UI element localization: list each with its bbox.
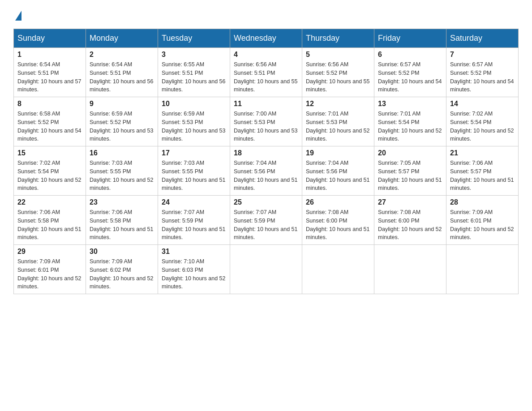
day-info: Sunrise: 7:01 AMSunset: 5:54 PMDaylight:… <box>378 110 442 143</box>
calendar-cell: 30Sunrise: 7:09 AMSunset: 6:02 PMDayligh… <box>86 245 158 294</box>
calendar-cell: 21Sunrise: 7:06 AMSunset: 5:57 PMDayligh… <box>446 146 519 196</box>
calendar-cell: 15Sunrise: 7:02 AMSunset: 5:54 PMDayligh… <box>14 146 86 196</box>
day-number: 23 <box>90 198 154 206</box>
day-number: 4 <box>234 51 298 59</box>
day-info: Sunrise: 6:56 AMSunset: 5:51 PMDaylight:… <box>234 60 298 94</box>
day-info: Sunrise: 7:02 AMSunset: 5:54 PMDaylight:… <box>17 159 82 193</box>
day-info: Sunrise: 6:57 AMSunset: 5:52 PMDaylight:… <box>450 60 515 94</box>
day-number: 6 <box>378 51 442 59</box>
day-number: 18 <box>234 149 298 157</box>
day-number: 7 <box>450 51 515 59</box>
calendar-cell: 4Sunrise: 6:56 AMSunset: 5:51 PMDaylight… <box>230 48 302 97</box>
day-info: Sunrise: 7:05 AMSunset: 5:57 PMDaylight:… <box>378 159 442 193</box>
day-number: 20 <box>378 149 442 157</box>
calendar-cell: 29Sunrise: 7:09 AMSunset: 6:01 PMDayligh… <box>14 245 86 294</box>
column-header-sunday: Sunday <box>14 29 86 48</box>
day-info: Sunrise: 6:55 AMSunset: 5:51 PMDaylight:… <box>162 60 226 94</box>
day-info: Sunrise: 6:59 AMSunset: 5:53 PMDaylight:… <box>162 110 226 143</box>
calendar-cell: 1Sunrise: 6:54 AMSunset: 5:51 PMDaylight… <box>14 48 86 97</box>
calendar-cell: 31Sunrise: 7:10 AMSunset: 6:03 PMDayligh… <box>158 245 230 294</box>
day-number: 9 <box>90 100 154 108</box>
day-info: Sunrise: 7:03 AMSunset: 5:55 PMDaylight:… <box>162 159 226 193</box>
day-number: 14 <box>450 100 515 108</box>
calendar-cell: 28Sunrise: 7:09 AMSunset: 6:01 PMDayligh… <box>446 196 519 245</box>
calendar-week-row: 15Sunrise: 7:02 AMSunset: 5:54 PMDayligh… <box>14 146 519 196</box>
day-number: 22 <box>17 198 82 206</box>
day-number: 27 <box>378 198 442 206</box>
day-number: 10 <box>162 100 226 108</box>
day-number: 24 <box>162 198 226 206</box>
day-info: Sunrise: 7:03 AMSunset: 5:55 PMDaylight:… <box>90 159 154 193</box>
calendar-cell: 10Sunrise: 6:59 AMSunset: 5:53 PMDayligh… <box>158 97 230 146</box>
day-number: 11 <box>234 100 298 108</box>
day-info: Sunrise: 7:08 AMSunset: 6:00 PMDaylight:… <box>378 208 442 242</box>
day-number: 8 <box>17 100 82 108</box>
calendar-table: SundayMondayTuesdayWednesdayThursdayFrid… <box>13 29 519 294</box>
day-info: Sunrise: 7:02 AMSunset: 5:54 PMDaylight:… <box>450 110 515 143</box>
day-number: 5 <box>306 51 370 59</box>
calendar-week-row: 29Sunrise: 7:09 AMSunset: 6:01 PMDayligh… <box>14 245 519 294</box>
day-info: Sunrise: 6:59 AMSunset: 5:52 PMDaylight:… <box>90 110 154 143</box>
day-number: 16 <box>90 149 154 157</box>
calendar-cell: 3Sunrise: 6:55 AMSunset: 5:51 PMDaylight… <box>158 48 230 97</box>
day-number: 26 <box>306 198 370 206</box>
calendar-cell <box>230 245 302 294</box>
calendar-cell: 24Sunrise: 7:07 AMSunset: 5:59 PMDayligh… <box>158 196 230 245</box>
calendar-cell: 18Sunrise: 7:04 AMSunset: 5:56 PMDayligh… <box>230 146 302 196</box>
column-header-wednesday: Wednesday <box>230 29 302 48</box>
day-number: 29 <box>17 248 82 256</box>
column-header-tuesday: Tuesday <box>158 29 230 48</box>
day-number: 2 <box>90 51 154 59</box>
day-info: Sunrise: 7:09 AMSunset: 6:02 PMDaylight:… <box>90 257 154 291</box>
calendar-cell: 25Sunrise: 7:07 AMSunset: 5:59 PMDayligh… <box>230 196 302 245</box>
day-info: Sunrise: 7:07 AMSunset: 5:59 PMDaylight:… <box>234 208 298 242</box>
calendar-cell: 2Sunrise: 6:54 AMSunset: 5:51 PMDaylight… <box>86 48 158 97</box>
day-info: Sunrise: 7:00 AMSunset: 5:53 PMDaylight:… <box>234 110 298 143</box>
calendar-cell: 6Sunrise: 6:57 AMSunset: 5:52 PMDaylight… <box>374 48 446 97</box>
day-info: Sunrise: 7:06 AMSunset: 5:57 PMDaylight:… <box>450 159 515 193</box>
calendar-cell: 26Sunrise: 7:08 AMSunset: 6:00 PMDayligh… <box>302 196 374 245</box>
calendar-cell: 7Sunrise: 6:57 AMSunset: 5:52 PMDaylight… <box>446 48 519 97</box>
calendar-cell: 8Sunrise: 6:58 AMSunset: 5:52 PMDaylight… <box>14 97 86 146</box>
calendar-cell: 13Sunrise: 7:01 AMSunset: 5:54 PMDayligh… <box>374 97 446 146</box>
calendar-header-row: SundayMondayTuesdayWednesdayThursdayFrid… <box>14 29 519 48</box>
day-info: Sunrise: 7:04 AMSunset: 5:56 PMDaylight:… <box>306 159 370 193</box>
day-number: 21 <box>450 149 515 157</box>
logo-triangle-icon <box>15 11 21 21</box>
calendar-week-row: 8Sunrise: 6:58 AMSunset: 5:52 PMDaylight… <box>14 97 519 146</box>
day-info: Sunrise: 7:08 AMSunset: 6:00 PMDaylight:… <box>306 208 370 242</box>
day-number: 30 <box>90 248 154 256</box>
day-info: Sunrise: 7:06 AMSunset: 5:58 PMDaylight:… <box>90 208 154 242</box>
calendar-cell <box>374 245 446 294</box>
calendar-week-row: 1Sunrise: 6:54 AMSunset: 5:51 PMDaylight… <box>14 48 519 97</box>
calendar-cell: 16Sunrise: 7:03 AMSunset: 5:55 PMDayligh… <box>86 146 158 196</box>
day-number: 31 <box>162 248 226 256</box>
calendar-cell: 14Sunrise: 7:02 AMSunset: 5:54 PMDayligh… <box>446 97 519 146</box>
calendar-cell <box>446 245 519 294</box>
calendar-cell: 5Sunrise: 6:56 AMSunset: 5:52 PMDaylight… <box>302 48 374 97</box>
day-number: 28 <box>450 198 515 206</box>
calendar-cell: 23Sunrise: 7:06 AMSunset: 5:58 PMDayligh… <box>86 196 158 245</box>
calendar-cell: 9Sunrise: 6:59 AMSunset: 5:52 PMDaylight… <box>86 97 158 146</box>
day-info: Sunrise: 7:07 AMSunset: 5:59 PMDaylight:… <box>162 208 226 242</box>
calendar-cell: 22Sunrise: 7:06 AMSunset: 5:58 PMDayligh… <box>14 196 86 245</box>
calendar-cell: 27Sunrise: 7:08 AMSunset: 6:00 PMDayligh… <box>374 196 446 245</box>
day-info: Sunrise: 7:10 AMSunset: 6:03 PMDaylight:… <box>162 257 226 291</box>
day-info: Sunrise: 6:58 AMSunset: 5:52 PMDaylight:… <box>17 110 82 143</box>
calendar-cell: 20Sunrise: 7:05 AMSunset: 5:57 PMDayligh… <box>374 146 446 196</box>
calendar-cell <box>302 245 374 294</box>
day-number: 19 <box>306 149 370 157</box>
day-info: Sunrise: 7:09 AMSunset: 6:01 PMDaylight:… <box>450 208 515 242</box>
day-number: 3 <box>162 51 226 59</box>
day-info: Sunrise: 6:56 AMSunset: 5:52 PMDaylight:… <box>306 60 370 94</box>
day-info: Sunrise: 6:57 AMSunset: 5:52 PMDaylight:… <box>378 60 442 94</box>
day-info: Sunrise: 7:04 AMSunset: 5:56 PMDaylight:… <box>234 159 298 193</box>
column-header-saturday: Saturday <box>446 29 519 48</box>
calendar-cell: 17Sunrise: 7:03 AMSunset: 5:55 PMDayligh… <box>158 146 230 196</box>
day-info: Sunrise: 7:01 AMSunset: 5:53 PMDaylight:… <box>306 110 370 143</box>
day-number: 15 <box>17 149 82 157</box>
logo <box>13 9 21 20</box>
day-number: 12 <box>306 100 370 108</box>
day-info: Sunrise: 7:06 AMSunset: 5:58 PMDaylight:… <box>17 208 82 242</box>
day-info: Sunrise: 7:09 AMSunset: 6:01 PMDaylight:… <box>17 257 82 291</box>
